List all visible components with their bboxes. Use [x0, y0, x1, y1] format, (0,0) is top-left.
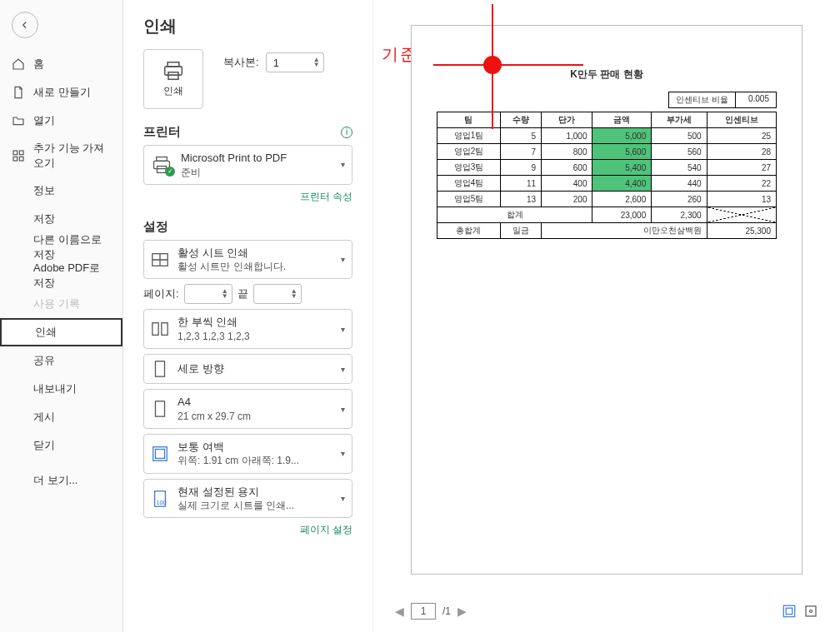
svg-rect-2 [13, 157, 18, 161]
page-from-input[interactable]: ▲▼ [184, 284, 232, 304]
folder-open-icon [12, 114, 25, 127]
sidebar-item-label: 홈 [33, 57, 44, 72]
svg-rect-6 [168, 72, 178, 79]
table-row: 영업2팀78005,60056028 [438, 144, 777, 160]
printer-properties-link[interactable]: 프린터 속성 [143, 190, 352, 204]
sidebar-item-close[interactable]: 닫기 [0, 431, 122, 460]
svg-rect-4 [168, 62, 179, 66]
incentive-rate-row: 인센티브 비율 0.005 [437, 92, 777, 108]
svg-rect-19 [783, 605, 795, 617]
sidebar-item-label: 다른 이름으로 저장 [33, 232, 111, 262]
subtotal-row: 합계 23,000 2,300 [438, 207, 777, 223]
paper-size-selector[interactable]: A421 cm x 29.7 cm ▾ [143, 389, 352, 429]
portrait-page-icon [151, 360, 169, 378]
current-page-input[interactable]: 1 [411, 603, 436, 620]
sidebar-item-export[interactable]: 내보내기 [0, 375, 122, 403]
svg-rect-0 [13, 151, 18, 155]
spinner-icon[interactable]: ▲▼ [313, 57, 320, 67]
grandtotal-row: 총합계 일금 이만오천삼백원 25,300 [438, 223, 777, 239]
sheet-grid-icon [151, 251, 169, 269]
preview-page: K만두 판매 현황 인센티브 비율 0.005 팀수량단가금액부가세인센티브 영… [411, 25, 802, 575]
printer-selector[interactable]: ✓ Microsoft Print to PDF 준비 ▾ [143, 145, 352, 185]
pages-label: 페이지: [143, 286, 179, 301]
sidebar-item-more[interactable]: 더 보기... [0, 466, 122, 495]
chevron-down-icon: ▾ [341, 160, 345, 169]
sales-table: 팀수량단가금액부가세인센티브 영업1팀51,0005,00050025영업2팀7… [437, 112, 777, 239]
next-page-button[interactable]: ▶ [458, 605, 467, 618]
sidebar-item-new[interactable]: 새로 만들기 [0, 78, 122, 107]
svg-rect-12 [162, 323, 168, 336]
sidebar-item-history: 사용 기록 [0, 290, 122, 318]
svg-rect-14 [156, 401, 165, 416]
arrow-left-icon [19, 19, 31, 31]
svg-rect-21 [806, 606, 816, 616]
svg-rect-16 [156, 449, 165, 458]
table-row: 영업5팀132002,60026013 [438, 192, 777, 207]
sidebar-item-saveas[interactable]: 다른 이름으로 저장 [0, 233, 122, 261]
print-button-label: 인쇄 [163, 84, 183, 98]
table-header: 단가 [542, 112, 592, 128]
spinner-icon[interactable]: ▲▼ [291, 289, 298, 299]
orientation-selector[interactable]: 세로 방향 ▾ [143, 354, 352, 384]
margins-icon [151, 445, 169, 463]
page-setup-link[interactable]: 페이지 설정 [143, 523, 352, 537]
table-header: 부가세 [652, 112, 707, 128]
printer-icon [162, 61, 185, 81]
home-icon [12, 57, 25, 71]
printer-status: 준비 [181, 166, 331, 179]
chevron-down-icon: ▾ [341, 494, 345, 503]
prev-page-button[interactable]: ◀ [395, 605, 404, 618]
backstage-sidebar: 홈 새로 만들기 열기 추가 기능 가져오기 정보 저장 다른 이름으로 저장 … [0, 0, 123, 632]
page-navigation: ◀ 1 /1 ▶ [390, 599, 823, 624]
chevron-down-icon: ▾ [341, 365, 345, 374]
svg-rect-1 [19, 151, 23, 155]
back-button[interactable] [12, 12, 38, 38]
chevron-down-icon: ▾ [341, 405, 345, 414]
copies-label: 복사본: [223, 55, 259, 70]
sidebar-item-label: 내보내기 [33, 381, 77, 396]
sidebar-item-label: 사용 기록 [33, 296, 80, 311]
spinner-icon[interactable]: ▲▼ [222, 289, 228, 299]
sidebar-item-share[interactable]: 공유 [0, 346, 122, 375]
svg-rect-13 [156, 361, 165, 376]
print-preview-pane: 기준점 K만두 판매 현황 인센티브 비율 0.005 팀수량단가금액부가세인센… [373, 0, 840, 632]
print-settings-panel: 인쇄 인쇄 복사본: 1 ▲▼ 프린터 i ✓ Microsoft Print … [123, 0, 373, 632]
printer-section-title: 프린터 [143, 124, 181, 140]
pages-to-label: 끝 [238, 286, 248, 301]
svg-point-22 [810, 610, 812, 613]
sidebar-item-save[interactable]: 저장 [0, 205, 122, 233]
page-icon [151, 400, 169, 418]
sidebar-item-adobepdf[interactable]: Adobe PDF로 저장 [0, 261, 122, 290]
svg-rect-3 [19, 157, 23, 161]
sidebar-item-open[interactable]: 열기 [0, 107, 122, 135]
svg-rect-5 [165, 66, 182, 74]
sidebar-item-home[interactable]: 홈 [0, 50, 122, 78]
info-icon[interactable]: i [341, 127, 352, 138]
check-icon: ✓ [165, 167, 175, 177]
show-margins-icon[interactable] [782, 604, 797, 619]
total-pages: /1 [442, 605, 451, 617]
table-row: 영업1팀51,0005,00050025 [438, 128, 777, 144]
zoom-to-page-icon[interactable] [803, 604, 818, 619]
sidebar-item-info[interactable]: 정보 [0, 177, 122, 205]
print-what-selector[interactable]: 활성 시트 인쇄활성 시트만 인쇄합니다. ▾ [143, 240, 352, 280]
table-header: 팀 [438, 112, 501, 128]
chevron-down-icon: ▾ [341, 325, 345, 334]
chevron-down-icon: ▾ [341, 449, 345, 458]
scaling-selector[interactable]: 100 현재 설정된 용지실제 크기로 시트를 인쇄... ▾ [143, 479, 352, 519]
margins-selector[interactable]: 보통 여백위쪽: 1.91 cm 아래쪽: 1.9... ▾ [143, 434, 352, 474]
sidebar-item-publish[interactable]: 게시 [0, 403, 122, 431]
sidebar-item-print[interactable]: 인쇄 [0, 318, 122, 346]
crossed-cell-icon [707, 207, 776, 223]
print-button[interactable]: 인쇄 [143, 49, 203, 109]
sidebar-item-label: 게시 [33, 410, 55, 425]
file-icon [12, 86, 25, 99]
collate-selector[interactable]: 한 부씩 인쇄1,2,3 1,2,3 1,2,3 ▾ [143, 309, 352, 349]
copies-input[interactable]: 1 ▲▼ [266, 52, 324, 72]
sidebar-item-label: 더 보기... [33, 473, 78, 488]
table-header: 인센티브 [707, 112, 776, 128]
sidebar-item-label: Adobe PDF로 저장 [33, 261, 111, 291]
page-to-input[interactable]: ▲▼ [253, 284, 302, 304]
sidebar-item-addins[interactable]: 추가 기능 가져오기 [0, 142, 122, 170]
sidebar-item-label: 정보 [33, 183, 55, 198]
